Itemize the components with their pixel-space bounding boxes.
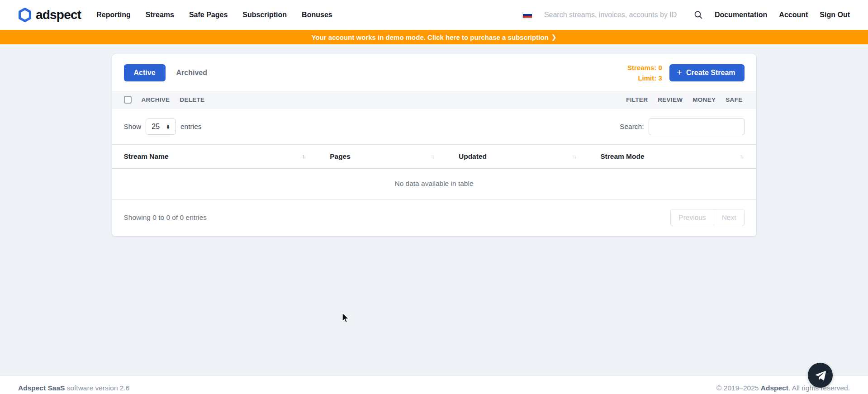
nav-item-bonuses[interactable]: Bonuses: [302, 11, 332, 19]
quick-filter-money[interactable]: MONEY: [693, 96, 716, 103]
column-label: Stream Mode: [600, 152, 644, 161]
select-arrows-icon: ▲▼: [166, 124, 170, 129]
demo-banner-text: Your account works in demo mode. Click h…: [312, 33, 549, 41]
entries-label: entries: [180, 123, 202, 131]
sort-icon: ↑↓: [302, 153, 306, 160]
mouse-cursor: [342, 313, 351, 326]
top-navigation-bar: adspect Reporting Streams Safe Pages Sub…: [0, 0, 868, 30]
pagination: Previous Next: [670, 209, 744, 226]
page-size-value: 25: [152, 123, 160, 131]
column-label: Updated: [459, 152, 487, 161]
global-search-input[interactable]: [544, 11, 682, 19]
sort-icon: ↑↓: [572, 153, 577, 160]
adspect-logo[interactable]: adspect: [18, 8, 81, 22]
sort-icon: ↑↓: [740, 153, 745, 160]
streams-limit: Limit: 3: [627, 73, 662, 83]
copyright-prefix: © 2019–2025: [716, 384, 761, 392]
column-header-updated[interactable]: Updated ↑↓: [447, 144, 588, 168]
page-footer: Adspect SaaS software version 2.6 © 2019…: [0, 375, 868, 394]
main-nav: Reporting Streams Safe Pages Subscriptio…: [96, 11, 332, 19]
streams-count: Streams: 0: [627, 62, 662, 73]
quick-filter-review[interactable]: REVIEW: [658, 96, 683, 103]
table-search-input[interactable]: [649, 118, 745, 135]
nav-item-subscription[interactable]: Subscription: [242, 11, 287, 19]
column-header-stream-name[interactable]: Stream Name ↑↓: [112, 144, 318, 168]
panel-header: Active Archived Streams: 0 Limit: 3 + Cr…: [112, 54, 756, 91]
bulk-actions-toolbar: ARCHIVE DELETE FILTER REVIEW MONEY SAFE: [112, 91, 756, 109]
quick-filter-safe[interactable]: SAFE: [726, 96, 742, 103]
top-link-account[interactable]: Account: [779, 11, 808, 19]
column-header-stream-mode[interactable]: Stream Mode ↑↓: [588, 144, 756, 168]
column-label: Stream Name: [124, 152, 169, 161]
top-link-documentation[interactable]: Documentation: [715, 11, 767, 19]
hexagon-logo-icon: [18, 8, 32, 22]
column-header-pages[interactable]: Pages ↑↓: [318, 144, 447, 168]
copyright-brand: Adspect: [761, 384, 788, 392]
sort-icon: ↑↓: [431, 153, 435, 160]
search-icon: [694, 10, 703, 19]
create-stream-label: Create Stream: [686, 69, 735, 77]
empty-table-row: No data available in table: [112, 168, 756, 199]
streams-table: Stream Name ↑↓ Pages ↑↓ Updated ↑↓: [112, 144, 756, 200]
table-controls: Show 25 ▲▼ entries Search:: [112, 109, 756, 144]
version-rest: software version 2.6: [65, 384, 129, 392]
next-page-button[interactable]: Next: [714, 209, 745, 226]
copyright-text: © 2019–2025 Adspect. All rights reserved…: [716, 384, 850, 392]
telegram-icon: [815, 370, 826, 381]
version-brand: Adspect SaaS: [18, 384, 65, 392]
russian-flag-icon[interactable]: [522, 12, 532, 19]
select-all-checkbox[interactable]: [124, 96, 132, 104]
quick-filter-filter[interactable]: FILTER: [626, 96, 648, 103]
entries-summary: Showing 0 to 0 of 0 entries: [124, 214, 207, 222]
chevron-right-icon: ❯: [551, 33, 557, 41]
page-body: Active Archived Streams: 0 Limit: 3 + Cr…: [0, 54, 868, 375]
demo-mode-banner[interactable]: Your account works in demo mode. Click h…: [0, 30, 868, 44]
stream-quota: Streams: 0 Limit: 3: [627, 62, 662, 84]
nav-item-reporting[interactable]: Reporting: [96, 11, 131, 19]
telegram-chat-button[interactable]: [808, 363, 833, 388]
tab-archived[interactable]: Archived: [176, 69, 207, 77]
bulk-delete-button[interactable]: DELETE: [180, 96, 204, 103]
previous-page-button[interactable]: Previous: [670, 209, 714, 226]
empty-table-message: No data available in table: [112, 168, 756, 199]
plus-icon: +: [677, 69, 682, 76]
table-header-row: Stream Name ↑↓ Pages ↑↓ Updated ↑↓: [112, 144, 756, 168]
nav-item-safe-pages[interactable]: Safe Pages: [189, 11, 228, 19]
nav-item-streams[interactable]: Streams: [146, 11, 174, 19]
top-link-sign-out[interactable]: Sign Out: [820, 11, 850, 19]
create-stream-button[interactable]: + Create Stream: [669, 64, 745, 81]
table-footer: Showing 0 to 0 of 0 entries Previous Nex…: [112, 200, 756, 236]
bulk-archive-button[interactable]: ARCHIVE: [142, 96, 170, 103]
page-size-select[interactable]: 25 ▲▼: [146, 119, 176, 135]
brand-name: adspect: [36, 8, 81, 22]
version-text: Adspect SaaS software version 2.6: [18, 384, 129, 392]
search-submit-button[interactable]: [694, 10, 703, 19]
tab-active[interactable]: Active: [124, 64, 166, 81]
streams-panel: Active Archived Streams: 0 Limit: 3 + Cr…: [112, 54, 756, 236]
show-label: Show: [124, 123, 142, 131]
column-label: Pages: [330, 152, 351, 161]
table-search-label: Search:: [620, 123, 644, 131]
topbar-right: Documentation Account Sign Out: [522, 10, 850, 19]
